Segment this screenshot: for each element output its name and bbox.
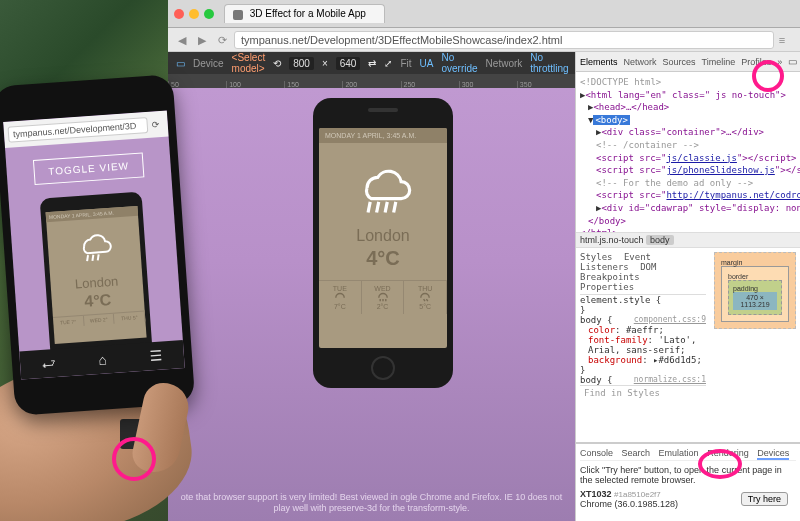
recent-nav-icon[interactable]: ☰ xyxy=(149,348,163,365)
browser-tab[interactable]: 3D Effect for a Mobile App xyxy=(224,4,385,22)
physical-phone: tympanus.net/Development/3D ⟳ TOGGLE VIE… xyxy=(0,74,195,416)
device-label: Device xyxy=(193,58,224,69)
svg-line-1 xyxy=(377,202,379,213)
swap-dimensions-icon[interactable]: ⇄ xyxy=(368,58,376,69)
try-here-button[interactable]: Try here xyxy=(741,492,788,506)
fit-label: Fit xyxy=(400,58,411,69)
dom-tree[interactable]: <!DOCTYPE html> ▶<html lang="en" class="… xyxy=(576,72,800,232)
subtab-properties[interactable]: Properties xyxy=(580,282,634,292)
rain-cloud-icon xyxy=(351,161,415,215)
tab-network[interactable]: Network xyxy=(624,57,657,67)
styles-pane[interactable]: Styles Event Listeners DOM Breakpoints P… xyxy=(576,248,710,442)
drawer-search[interactable]: Search xyxy=(622,448,651,458)
mockup-screen: MONDAY 1 APRIL, 3:45 A.M. London 4°C TUE… xyxy=(319,128,447,348)
drawer-console[interactable]: Console xyxy=(580,448,613,458)
body-node[interactable]: ▼<body> xyxy=(580,114,796,127)
devices-hint: Click "Try here" button, to open the cur… xyxy=(580,465,796,485)
rotate-icon[interactable]: ⟲ xyxy=(273,58,281,69)
temperature: 4°C xyxy=(319,247,447,270)
demo-footer-note: ote that browser support is very limited… xyxy=(168,486,575,521)
forward-icon[interactable]: ▶ xyxy=(194,32,210,48)
ua-select[interactable]: No override xyxy=(441,52,477,74)
height-input[interactable]: 640 xyxy=(336,57,361,70)
svg-line-2 xyxy=(385,202,387,213)
tab-timeline[interactable]: Timeline xyxy=(702,57,736,67)
forecast-row: TUE7°C WED2°C THU5°C xyxy=(319,280,447,314)
browser-window-chrome: 3D Effect for a Mobile App xyxy=(168,0,800,28)
svg-line-5 xyxy=(92,255,94,261)
subtab-styles[interactable]: Styles xyxy=(580,252,613,262)
width-input[interactable]: 800 xyxy=(289,57,314,70)
demo-viewport: MONDAY 1 APRIL, 3:45 A.M. London 4°C TUE… xyxy=(168,88,575,521)
weather-date: MONDAY 1 APRIL, 3:45 A.M. xyxy=(319,128,447,143)
forecast-cell[interactable]: THU5°C xyxy=(404,281,447,314)
tab-profiles[interactable]: Profiles xyxy=(741,57,771,67)
find-in-styles[interactable]: Find in Styles xyxy=(580,385,706,400)
device-toolbar: ▭ Device <Select model> ⟲ 800 × 640 ⇄ ⤢ … xyxy=(168,52,575,74)
temperature: 4°C xyxy=(51,289,144,313)
tab-elements[interactable]: Elements xyxy=(580,57,618,67)
svg-line-3 xyxy=(394,202,396,213)
mobile-chrome-bar: tympanus.net/Development/3D ⟳ xyxy=(3,111,168,148)
mobile-reload-icon[interactable]: ⟳ xyxy=(151,119,160,130)
tabs-overflow-icon[interactable]: » xyxy=(777,57,782,67)
menu-icon[interactable]: ≡ xyxy=(774,32,790,48)
ruler: 50100150200250300350 xyxy=(168,74,575,88)
dimension-x: × xyxy=(322,58,328,69)
tab-title: 3D Effect for a Mobile App xyxy=(250,8,366,19)
ua-label: UA xyxy=(420,58,434,69)
drawer-devices[interactable]: Devices xyxy=(757,448,789,460)
network-label: Network xyxy=(486,58,523,69)
devtools-phone-icon[interactable]: ▭ xyxy=(788,56,797,67)
favicon-icon xyxy=(233,10,243,20)
drawer-rendering[interactable]: Rendering xyxy=(707,448,749,458)
devtools-tabs: Elements Network Sources Timeline Profil… xyxy=(576,52,800,72)
svg-line-0 xyxy=(368,202,370,213)
phone-speaker-icon xyxy=(368,108,398,112)
throttle-select[interactable]: No throttling xyxy=(530,52,568,74)
rain-cloud-icon xyxy=(73,228,115,265)
box-model: margin border padding 470 × 1113.219 xyxy=(710,248,800,442)
forecast-cell[interactable]: WED2°C xyxy=(362,281,405,314)
mobile-mockup: MONDAY 1 APRIL, 3:45 A.M. London 4°C TUE… xyxy=(40,192,153,363)
drawer-emulation[interactable]: Emulation xyxy=(659,448,699,458)
device-id: XT1032 xyxy=(580,489,612,499)
url-field[interactable]: tympanus.net/Development/3DEffectMobileS… xyxy=(234,31,774,49)
address-bar: ◀ ▶ ⟳ tympanus.net/Development/3DEffectM… xyxy=(168,28,800,52)
home-nav-icon[interactable]: ⌂ xyxy=(98,351,108,368)
city-name: London xyxy=(319,227,447,245)
iphone-mockup: MONDAY 1 APRIL, 3:45 A.M. London 4°C TUE… xyxy=(313,98,453,388)
maximize-window-icon[interactable] xyxy=(204,9,214,19)
android-nav-bar: ⮐ ⌂ ☰ xyxy=(19,340,185,379)
toggle-device-icon[interactable]: ▭ xyxy=(176,58,185,69)
mobile-url-field[interactable]: tympanus.net/Development/3D xyxy=(8,117,149,143)
back-nav-icon[interactable]: ⮐ xyxy=(41,355,56,372)
toggle-view-button[interactable]: TOGGLE VIEW xyxy=(33,152,145,185)
svg-line-4 xyxy=(87,255,89,261)
chrome-version: Chrome (36.0.1985.128) xyxy=(580,499,678,509)
device-model-select[interactable]: <Select model> xyxy=(232,52,266,74)
drawer-pane: Console Search Emulation Rendering Devic… xyxy=(576,443,800,521)
device-hash: #1a8510e2f7 xyxy=(614,490,661,499)
reload-icon[interactable]: ⟳ xyxy=(214,32,230,48)
traffic-lights xyxy=(174,9,214,19)
fit-icon[interactable]: ⤢ xyxy=(384,58,392,69)
dom-breadcrumb[interactable]: html.js.no-touch body xyxy=(576,232,800,248)
forecast-cell[interactable]: TUE7°C xyxy=(319,281,362,314)
devtools-panel: Elements Network Sources Timeline Profil… xyxy=(575,52,800,521)
home-button-icon[interactable] xyxy=(371,356,395,380)
tab-sources[interactable]: Sources xyxy=(663,57,696,67)
svg-line-6 xyxy=(97,254,99,260)
back-icon[interactable]: ◀ xyxy=(174,32,190,48)
minimize-window-icon[interactable] xyxy=(189,9,199,19)
close-window-icon[interactable] xyxy=(174,9,184,19)
